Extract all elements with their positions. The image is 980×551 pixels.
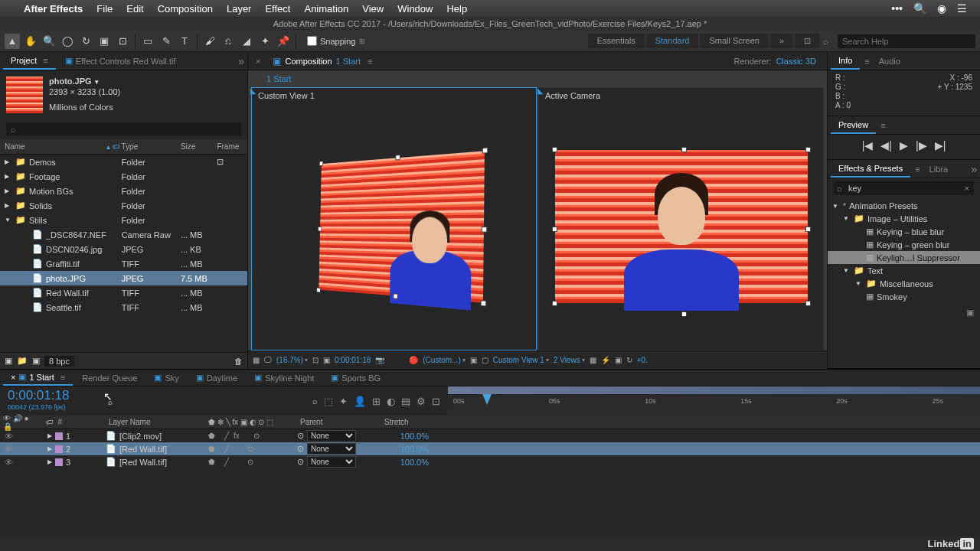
vt-channel-icon[interactable]: 🔴 bbox=[409, 356, 418, 364]
tl-draft3d-icon[interactable]: ✦ bbox=[339, 396, 348, 407]
workspace-more-icon[interactable]: » bbox=[770, 34, 793, 48]
effect-controls-tab[interactable]: ▣ Effect Controls Red Wall.tif bbox=[57, 53, 184, 69]
puppet-tool-icon[interactable]: 📌 bbox=[276, 34, 291, 49]
tl-col-stretch[interactable]: Stretch bbox=[381, 416, 436, 429]
timeline-layer-row[interactable]: 👁 ▶3 📄[Red Wall.tif] ⬟╱⊙ ⊙None 100.0% bbox=[0, 455, 980, 468]
tl-graph-icon[interactable]: ▤ bbox=[401, 396, 410, 407]
interpret-icon[interactable]: ▣ bbox=[5, 356, 12, 366]
vt-3d-icon[interactable]: ▣ bbox=[470, 356, 477, 364]
tl-comp-mini-icon[interactable]: ⬚ bbox=[324, 396, 333, 407]
new-folder-icon[interactable]: 📁 bbox=[17, 356, 28, 366]
play-icon[interactable]: ▶ bbox=[900, 139, 908, 152]
renderer-dropdown[interactable]: Renderer:Classic 3D bbox=[734, 57, 825, 66]
notification-icon[interactable]: ☰ bbox=[952, 2, 972, 15]
effects-tree-item[interactable]: ▼*Animation Presets bbox=[828, 200, 980, 212]
col-name[interactable]: Name bbox=[0, 142, 106, 151]
composition-tab[interactable]: ▣ Composition 1 Start ≡ bbox=[265, 54, 380, 69]
text-tool-icon[interactable]: T bbox=[177, 34, 192, 49]
first-frame-icon[interactable]: |◀ bbox=[862, 139, 874, 152]
timeline-layer-row[interactable]: 👁 ▶2 📄[Red Wall.tif] ⬟╱⊙ ⊙None 100.0% bbox=[0, 442, 980, 455]
snapping-toggle[interactable]: Snapping ⊞ bbox=[307, 36, 365, 46]
last-frame-icon[interactable]: ▶| bbox=[935, 139, 946, 152]
clone-tool-icon[interactable]: ⎌ bbox=[220, 34, 236, 49]
project-row[interactable]: 📄Graffiti.tifTIFF... MB bbox=[0, 256, 247, 271]
col-frame[interactable]: Frame bbox=[217, 142, 247, 151]
tl-search-icon[interactable]: ⌕ bbox=[312, 396, 318, 406]
hand-tool-icon[interactable]: ✋ bbox=[23, 34, 38, 49]
vt-time[interactable]: 0:00:01:18 bbox=[335, 356, 371, 364]
tl-col-name[interactable]: Layer Name bbox=[106, 416, 205, 429]
tl-motion-blur-icon[interactable]: ◐ bbox=[387, 396, 395, 407]
menu-effect[interactable]: Effect bbox=[258, 3, 297, 15]
project-search-input[interactable] bbox=[6, 122, 241, 136]
vt-view-menu[interactable]: Custom View 1 bbox=[493, 356, 549, 364]
vt-exposure[interactable]: +0. bbox=[637, 356, 648, 364]
orbit-tool-icon[interactable]: ◯ bbox=[60, 34, 75, 49]
parent-select[interactable]: None bbox=[307, 443, 356, 455]
tl-tab-skyline[interactable]: ▣ Skyline Night bbox=[247, 370, 322, 385]
col-size[interactable]: Size bbox=[181, 142, 217, 151]
zoom-tool-icon[interactable]: 🔍 bbox=[41, 34, 57, 49]
pen-tool-icon[interactable]: ✎ bbox=[158, 34, 174, 49]
viewer-right[interactable]: ◣ Active Camera bbox=[538, 87, 824, 350]
vt-trans-icon[interactable]: ▣ bbox=[615, 356, 622, 364]
project-row[interactable]: 📄Red Wall.tifTIFF... MB bbox=[0, 285, 247, 300]
info-tab[interactable]: Info bbox=[831, 53, 860, 70]
selection-tool-icon[interactable]: ▲ bbox=[5, 34, 20, 49]
effects-tree-item[interactable]: ▦Smokey bbox=[828, 290, 980, 303]
snapping-checkbox[interactable] bbox=[307, 36, 317, 46]
tl-brain-icon[interactable]: ⚙ bbox=[416, 396, 426, 407]
effects-tree-item[interactable]: ▦Keyligh…l Suppressor bbox=[828, 251, 980, 264]
menu-help[interactable]: Help bbox=[439, 3, 474, 15]
tl-tab-renderqueue[interactable]: Render Queue bbox=[74, 371, 145, 385]
camera-tool-icon[interactable]: ▣ bbox=[96, 34, 112, 49]
timeline-layer-row[interactable]: 👁 ▶1 📄[Clip2.mov] ⬟╱fx⊙ ⊙None 100.0% bbox=[0, 429, 980, 442]
brush-tool-icon[interactable]: 🖌 bbox=[202, 34, 217, 49]
vt-grid-icon[interactable]: ▦ bbox=[253, 356, 260, 364]
panel-expand-icon[interactable]: » bbox=[238, 55, 244, 67]
timeline-ruler[interactable]: 00s 05s 10s 15s 20s 25s bbox=[448, 386, 980, 416]
parent-select[interactable]: None bbox=[307, 430, 356, 442]
tl-tab-sports[interactable]: ▣ Sports BG bbox=[323, 370, 388, 385]
vt-px-icon[interactable]: ▦ bbox=[590, 356, 596, 364]
effects-tree-item[interactable]: ▼📁Text bbox=[828, 264, 980, 277]
menu-composition[interactable]: Composition bbox=[151, 3, 220, 15]
tl-shy-icon[interactable]: 👤 bbox=[354, 396, 366, 407]
user-icon[interactable]: ◉ bbox=[932, 2, 952, 15]
next-frame-icon[interactable]: |▶ bbox=[916, 139, 927, 152]
tl-snap-icon[interactable]: ⊡ bbox=[432, 396, 440, 407]
vt-res-icon[interactable]: ⊡ bbox=[312, 356, 318, 364]
parent-select[interactable]: None bbox=[307, 456, 356, 468]
effects-presets-tab[interactable]: Effects & Presets bbox=[831, 161, 910, 178]
effects-tree-item[interactable]: ▦Keying – blue blur bbox=[828, 225, 980, 238]
viewer-left[interactable]: ◣ Custom View 1 bbox=[251, 87, 537, 350]
menu-view[interactable]: View bbox=[355, 3, 390, 15]
vt-display-icon[interactable]: 🖵 bbox=[264, 356, 272, 364]
menu-file[interactable]: File bbox=[90, 3, 119, 15]
tl-tab-sky[interactable]: ▣ Sky bbox=[146, 370, 186, 385]
vt-snapshot-icon[interactable]: 📷 bbox=[375, 356, 384, 364]
prev-frame-icon[interactable]: ◀| bbox=[880, 139, 892, 152]
col-type[interactable]: Type bbox=[122, 142, 181, 151]
workspace-small-screen[interactable]: Small Screen bbox=[700, 34, 768, 48]
effects-tree-item[interactable]: ▼📁Miscellaneous bbox=[828, 277, 980, 290]
menu-app[interactable]: After Effects bbox=[17, 3, 90, 15]
comp-breadcrumb[interactable]: 1 Start bbox=[248, 70, 827, 87]
status-more-icon[interactable]: ••• bbox=[886, 2, 908, 15]
project-row[interactable]: ▶📁SolidsFolder bbox=[0, 198, 247, 213]
vt-roi-icon[interactable]: ▣ bbox=[323, 356, 330, 364]
menu-edit[interactable]: Edit bbox=[119, 3, 150, 15]
spotlight-icon[interactable]: 🔍 bbox=[908, 2, 932, 15]
vt-views-count[interactable]: 2 Views bbox=[554, 356, 585, 364]
project-row[interactable]: ▼📁StillsFolder bbox=[0, 213, 247, 227]
menu-animation[interactable]: Animation bbox=[297, 3, 355, 15]
project-row[interactable]: 📄photo.JPGJPEG7.5 MB bbox=[0, 271, 247, 285]
workspace-standard[interactable]: Standard bbox=[646, 34, 699, 48]
preview-tab[interactable]: Preview bbox=[831, 117, 876, 134]
audio-tab[interactable]: Audio bbox=[871, 54, 908, 69]
tl-frame-blend-icon[interactable]: ⊞ bbox=[372, 396, 381, 407]
vt-fast-icon[interactable]: ⚡ bbox=[601, 356, 610, 364]
project-row[interactable]: ▶📁FootageFolder bbox=[0, 169, 247, 184]
effects-tree-item[interactable]: ▦Keying – green blur bbox=[828, 238, 980, 251]
vt-custom[interactable]: (Custom...) bbox=[423, 356, 465, 364]
